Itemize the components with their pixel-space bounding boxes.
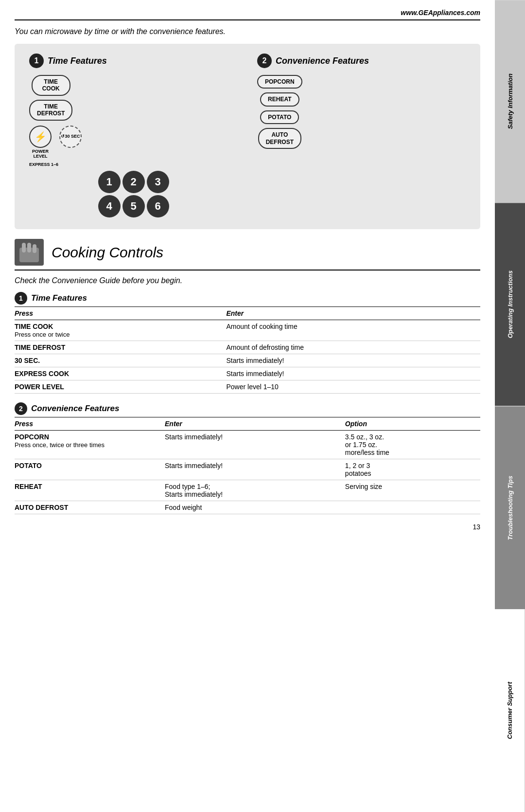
numpad-row1: 1 2 3 <box>98 171 169 193</box>
press-cell: TIME COOKPress once or twice <box>15 320 226 341</box>
convenience-features-table: Press Enter Option POPCORNPress once, tw… <box>15 417 480 514</box>
sidebar: Safety Information Operating Instruction… <box>495 0 525 812</box>
press-cell: AUTO DEFROST <box>15 501 165 514</box>
svg-rect-2 <box>27 243 31 253</box>
time-defrost-btn[interactable]: TIMEDEFROST <box>29 100 72 121</box>
press-cell: 30 SEC. <box>15 354 226 367</box>
option-cell: Serving size <box>345 480 480 501</box>
power-level-icon[interactable]: ⚡ <box>29 126 52 148</box>
enter-cell: Power level 1–10 <box>226 380 480 394</box>
time-features-col: 1 Time Features TIMECOOK TIMEDEFROST ⚡ P… <box>29 54 238 217</box>
option-cell: 3.5 oz., 3 oz. or 1.75 oz. more/less tim… <box>345 431 480 459</box>
hand-svg <box>17 240 41 265</box>
time-table-header-press: Press <box>15 307 226 320</box>
time-features-section-header: 1 Time Features <box>15 292 480 307</box>
potato-btn[interactable]: POTATO <box>260 110 299 124</box>
table-row: 30 SEC.Starts immediately! <box>15 354 480 367</box>
press-cell: POPCORNPress once, twice or three times <box>15 431 165 459</box>
sidebar-tab-consumer[interactable]: Consumer Support <box>495 609 525 812</box>
enter-cell: Starts immediately! <box>226 367 480 380</box>
cooking-title: Cooking Controls <box>52 244 163 261</box>
table-row: REHEATFood type 1–6; Starts immediately!… <box>15 480 480 501</box>
convenience-features-section-header: 2 Convenience Features <box>15 402 480 417</box>
num-btn-3[interactable]: 3 <box>147 171 169 193</box>
page-number: 13 <box>15 523 480 531</box>
convenience-features-col: 2 Convenience Features POPCORN REHEAT PO… <box>238 54 466 217</box>
reheat-btn[interactable]: REHEAT <box>260 92 299 106</box>
time-features-title: Time Features <box>48 56 107 66</box>
cooking-controls-header: Cooking Controls <box>15 239 480 271</box>
table-row: TIME DEFROSTAmount of defrosting time <box>15 341 480 354</box>
enter-cell: Amount of defrosting time <box>226 341 480 354</box>
check-text: Check the Convenience Guide before you b… <box>15 276 480 285</box>
convenience-features-section-number: 2 <box>15 402 27 415</box>
svg-rect-3 <box>33 244 36 253</box>
enter-cell: Starts immediately! <box>165 431 345 459</box>
sidebar-tab-consumer-label: Consumer Support <box>506 682 513 740</box>
enter-cell: Starts immediately! <box>165 459 345 480</box>
time-features-header: 1 Time Features <box>29 54 107 68</box>
convenience-features-title: Convenience Features <box>276 56 369 66</box>
num-btn-1[interactable]: 1 <box>98 171 121 193</box>
icon-row: ⚡ POWERLEVEL ↺30 SEC <box>29 126 82 160</box>
conv-table-header-option: Option <box>345 417 480 431</box>
enter-cell: Amount of cooking time <box>226 320 480 341</box>
conv-table-header-enter: Enter <box>165 417 345 431</box>
press-cell: POTATO <box>15 459 165 480</box>
press-cell: POWER LEVEL <box>15 380 226 394</box>
press-cell: REHEAT <box>15 480 165 501</box>
table-row: POWER LEVELPower level 1–10 <box>15 380 480 394</box>
cooking-icon <box>15 239 44 266</box>
sidebar-tab-troubleshooting-label: Troubleshooting Tips <box>507 475 514 540</box>
express-label: EXPRESS 1–6 <box>29 162 58 167</box>
num-btn-2[interactable]: 2 <box>122 171 145 193</box>
enter-cell: Starts immediately! <box>226 354 480 367</box>
time-features-number: 1 <box>29 54 44 68</box>
option-cell: 1, 2 or 3 potatoes <box>345 459 480 480</box>
popcorn-btn[interactable]: POPCORN <box>257 75 302 89</box>
website-text: www.GEAppliances.com <box>401 9 480 17</box>
option-cell <box>345 501 480 514</box>
num-btn-4[interactable]: 4 <box>98 195 121 217</box>
press-cell: TIME DEFROST <box>15 341 226 354</box>
sidebar-tab-operating-label: Operating Instructions <box>507 271 514 338</box>
sidebar-tab-operating[interactable]: Operating Instructions <box>495 203 525 406</box>
num-btn-6[interactable]: 6 <box>147 195 169 217</box>
enter-cell: Food weight <box>165 501 345 514</box>
power-level-label: POWERLEVEL <box>32 149 49 160</box>
convenience-buttons: POPCORN REHEAT POTATO AUTODEFROST <box>257 75 302 149</box>
sidebar-tab-safety-label: Safety Information <box>507 74 514 129</box>
auto-defrost-btn[interactable]: AUTODEFROST <box>258 128 301 149</box>
convenience-features-header: 2 Convenience Features <box>257 54 369 68</box>
press-cell: EXPRESS COOK <box>15 367 226 380</box>
svg-rect-1 <box>22 243 26 253</box>
time-table-header-enter: Enter <box>226 307 480 320</box>
numpad-row2: 4 5 6 <box>98 195 169 217</box>
table-row: POPCORNPress once, twice or three timesS… <box>15 431 480 459</box>
time-features-table: Press Enter TIME COOKPress once or twice… <box>15 307 480 394</box>
convenience-features-number: 2 <box>257 54 272 68</box>
time-buttons: TIMECOOK TIMEDEFROST <box>29 75 72 121</box>
intro-text: You can microwave by time or with the co… <box>15 27 480 36</box>
table-row: TIME COOKPress once or twiceAmount of co… <box>15 320 480 341</box>
30sec-icon-container: ↺30 SEC <box>59 126 82 148</box>
convenience-features-section-title: Convenience Features <box>31 404 119 414</box>
website-url: www.GEAppliances.com <box>15 0 480 20</box>
conv-table-header-press: Press <box>15 417 165 431</box>
table-row: EXPRESS COOKStarts immediately! <box>15 367 480 380</box>
table-row: AUTO DEFROSTFood weight <box>15 501 480 514</box>
feature-box: 1 Time Features TIMECOOK TIMEDEFROST ⚡ P… <box>15 44 480 229</box>
time-features-section-title: Time Features <box>31 293 87 303</box>
num-btn-5[interactable]: 5 <box>122 195 145 217</box>
numpad: 1 2 3 4 5 6 <box>98 171 169 217</box>
time-features-section-number: 1 <box>15 292 27 305</box>
main-content: www.GEAppliances.com You can microwave b… <box>0 0 495 812</box>
30sec-icon[interactable]: ↺30 SEC <box>59 126 82 148</box>
sidebar-tab-safety[interactable]: Safety Information <box>495 0 525 203</box>
sidebar-tab-troubleshooting[interactable]: Troubleshooting Tips <box>495 406 525 609</box>
power-level-icon-container: ⚡ POWERLEVEL <box>29 126 52 160</box>
cooking-controls-section: Cooking Controls Check the Convenience G… <box>15 239 480 531</box>
time-cook-btn[interactable]: TIMECOOK <box>32 75 70 96</box>
table-row: POTATOStarts immediately!1, 2 or 3 potat… <box>15 459 480 480</box>
enter-cell: Food type 1–6; Starts immediately! <box>165 480 345 501</box>
